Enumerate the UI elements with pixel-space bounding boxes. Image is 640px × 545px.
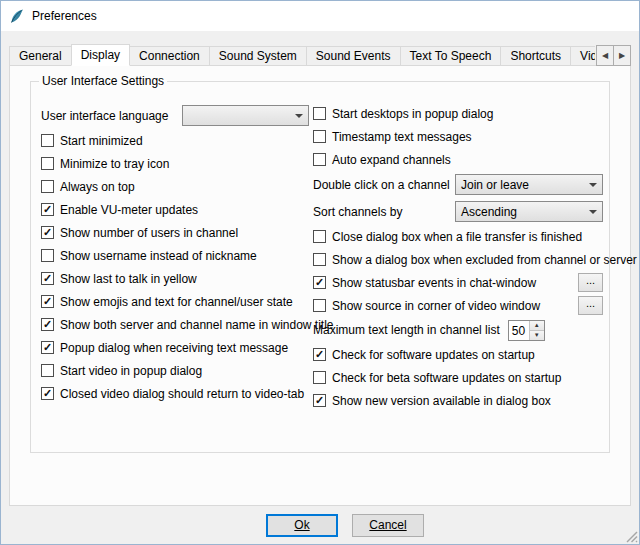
checkbox-label: Show number of users in channel (60, 226, 238, 240)
checkbox-start-desktops-in-popup-dialog[interactable]: Start desktops in popup dialog (313, 107, 493, 121)
language-combobox[interactable] (182, 105, 309, 126)
checkbox-show-last-to-talk-in-yellow[interactable]: ✓Show last to talk in yellow (41, 272, 197, 286)
checked-checkbox-icon[interactable]: ✓ (313, 394, 326, 407)
checkbox-closed-video-dialog-should-return-to-video-tab[interactable]: ✓Closed video dialog should return to vi… (41, 387, 304, 401)
checkbox-label: Show both server and channel name in win… (60, 318, 334, 332)
group-title: User Interface Settings (39, 74, 167, 88)
checkbox-row: ✓Closed video dialog should return to vi… (41, 382, 309, 405)
checkbox-label: Show last to talk in yellow (60, 272, 197, 286)
checkbox-timestamp-text-messages[interactable]: Timestamp text messages (313, 130, 472, 144)
checkbox-show-source-in-corner-of-video-window[interactable]: Show source in corner of video window (313, 299, 540, 313)
spin-down-button[interactable]: ▼ (530, 330, 544, 340)
tab-general[interactable]: General (9, 46, 72, 66)
checkbox-row: Timestamp text messages (313, 125, 603, 148)
checkbox-label: Show emojis and text for channel/user st… (60, 295, 293, 309)
checkbox-row: Start video in popup dialog (41, 359, 309, 382)
checkbox-label: Show new version available in dialog box (332, 394, 551, 408)
unchecked-checkbox-icon[interactable] (41, 180, 54, 193)
tab-scroll-right-button[interactable]: ▶ (613, 45, 631, 66)
tab-connection[interactable]: Connection (129, 46, 210, 66)
checked-checkbox-icon[interactable]: ✓ (41, 272, 54, 285)
checkbox-label: Show source in corner of video window (332, 299, 540, 313)
checkbox-label: Check for software updates on startup (332, 348, 535, 362)
max-text-length-label: Maximum text length in channel list (313, 323, 500, 337)
checkbox-check-for-beta-software-updates-on-startup[interactable]: Check for beta software updates on start… (313, 371, 561, 385)
window-title: Preferences (32, 9, 97, 23)
unchecked-checkbox-icon[interactable] (313, 153, 326, 166)
checked-checkbox-icon[interactable]: ✓ (313, 276, 326, 289)
tab-bar: GeneralDisplayConnectionSound SystemSoun… (9, 44, 595, 66)
max-text-length-spinbox[interactable]: 50 ▲ ▼ (508, 320, 545, 341)
checkbox-row: Show username instead of nickname (41, 244, 309, 267)
checkbox-row: Check for beta software updates on start… (313, 366, 603, 389)
double-click-combobox[interactable]: Join or leave (455, 174, 603, 195)
ui-settings-group: User Interface Settings User interface l… (30, 74, 610, 453)
checkbox-show-username-instead-of-nickname[interactable]: Show username instead of nickname (41, 249, 257, 263)
chevron-down-icon (589, 210, 597, 214)
unchecked-checkbox-icon[interactable] (41, 249, 54, 262)
tab-display[interactable]: Display (71, 44, 130, 66)
checkbox-start-video-in-popup-dialog[interactable]: Start video in popup dialog (41, 364, 202, 378)
checkbox-enable-vu-meter-updates[interactable]: ✓Enable VU-meter updates (41, 203, 198, 217)
spin-up-button[interactable]: ▲ (530, 321, 544, 330)
show-statusbar-events-in-chat-window-browse-button[interactable]: ... (578, 273, 603, 292)
checkbox-close-dialog-box-when-a-file-transfer-is-finished[interactable]: Close dialog box when a file transfer is… (313, 230, 582, 244)
checkbox-row: Show a dialog box when excluded from cha… (313, 248, 603, 271)
cancel-button[interactable]: Cancel (352, 514, 424, 537)
language-label: User interface language (41, 109, 168, 123)
unchecked-checkbox-icon[interactable] (313, 230, 326, 243)
checked-checkbox-icon[interactable]: ✓ (41, 387, 54, 400)
unchecked-checkbox-icon[interactable] (313, 107, 326, 120)
checkbox-label: Start desktops in popup dialog (332, 107, 493, 121)
resize-grip[interactable] (624, 529, 638, 543)
unchecked-checkbox-icon[interactable] (313, 299, 326, 312)
checked-checkbox-icon[interactable]: ✓ (41, 318, 54, 331)
tab-sound-system[interactable]: Sound System (209, 46, 307, 66)
unchecked-checkbox-icon[interactable] (313, 253, 326, 266)
tab-scroll-left-button[interactable]: ◀ (596, 45, 614, 66)
checkbox-row: Show source in corner of video window... (313, 294, 603, 317)
checkbox-always-on-top[interactable]: Always on top (41, 180, 135, 194)
checkbox-show-new-version-available-in-dialog-box[interactable]: ✓Show new version available in dialog bo… (313, 394, 551, 408)
unchecked-checkbox-icon[interactable] (313, 371, 326, 384)
show-source-in-corner-of-video-window-browse-button[interactable]: ... (578, 296, 603, 315)
app-icon (9, 8, 25, 24)
checkbox-show-both-server-and-channel-name-in-window-title[interactable]: ✓Show both server and channel name in wi… (41, 318, 309, 332)
checkbox-row: ✓Check for software updates on startup (313, 343, 603, 366)
unchecked-checkbox-icon[interactable] (41, 157, 54, 170)
checkbox-show-statusbar-events-in-chat-window[interactable]: ✓Show statusbar events in chat-window (313, 276, 536, 290)
checked-checkbox-icon[interactable]: ✓ (41, 203, 54, 216)
checkbox-minimize-to-tray-icon[interactable]: Minimize to tray icon (41, 157, 169, 171)
checkbox-label: Check for beta software updates on start… (332, 371, 561, 385)
language-row: User interface language (41, 102, 309, 129)
checkbox-show-number-of-users-in-channel[interactable]: ✓Show number of users in channel (41, 226, 238, 240)
tab-video[interactable]: Video (570, 46, 595, 66)
checkbox-label: Show a dialog box when excluded from cha… (332, 253, 637, 267)
ok-button[interactable]: Ok (266, 514, 338, 537)
checkbox-check-for-software-updates-on-startup[interactable]: ✓Check for software updates on startup (313, 348, 535, 362)
unchecked-checkbox-icon[interactable] (41, 134, 54, 147)
checkbox-row: Minimize to tray icon (41, 152, 309, 175)
checkbox-show-a-dialog-box-when-excluded-from-channel-or-server[interactable]: Show a dialog box when excluded from cha… (313, 253, 603, 267)
checkbox-show-emojis-and-text-for-channel-user-state[interactable]: ✓Show emojis and text for channel/user s… (41, 295, 293, 309)
checked-checkbox-icon[interactable]: ✓ (41, 341, 54, 354)
checkbox-start-minimized[interactable]: Start minimized (41, 134, 143, 148)
tab-text-to-speech[interactable]: Text To Speech (400, 46, 502, 66)
checked-checkbox-icon[interactable]: ✓ (41, 226, 54, 239)
tab-shortcuts[interactable]: Shortcuts (500, 46, 571, 66)
tab-sound-events[interactable]: Sound Events (306, 46, 401, 66)
spin-buttons: ▲ ▼ (529, 321, 544, 340)
checkbox-label: Show statusbar events in chat-window (332, 276, 536, 290)
checkbox-row: ✓Show new version available in dialog bo… (313, 389, 603, 412)
checkbox-popup-dialog-when-receiving-text-message[interactable]: ✓Popup dialog when receiving text messag… (41, 341, 288, 355)
unchecked-checkbox-icon[interactable] (313, 130, 326, 143)
checkbox-auto-expand-channels[interactable]: Auto expand channels (313, 153, 451, 167)
checkbox-row: Close dialog box when a file transfer is… (313, 225, 603, 248)
unchecked-checkbox-icon[interactable] (41, 364, 54, 377)
checkbox-row: ✓Enable VU-meter updates (41, 198, 309, 221)
tab-panel: User Interface Settings User interface l… (9, 65, 631, 506)
checked-checkbox-icon[interactable]: ✓ (313, 348, 326, 361)
checked-checkbox-icon[interactable]: ✓ (41, 295, 54, 308)
checkbox-label: Close dialog box when a file transfer is… (332, 230, 582, 244)
sort-channels-combobox[interactable]: Ascending (455, 201, 603, 222)
